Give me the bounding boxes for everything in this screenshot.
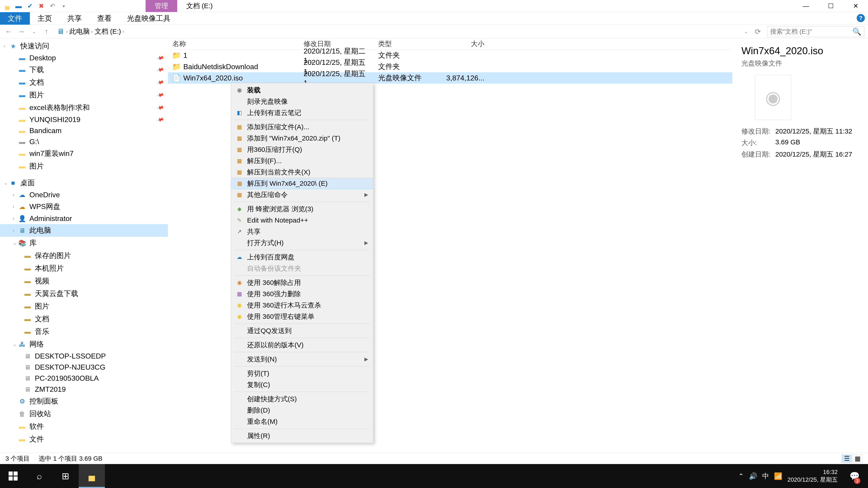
- nav-item[interactable]: 🖥DESKTOP-LSSOEDP: [0, 351, 168, 362]
- menu-item[interactable]: 发送到(N)▶: [232, 354, 373, 365]
- nav-item[interactable]: ▬excel表格制作求和📌: [0, 101, 168, 114]
- dropdown-icon[interactable]: ⌄: [741, 27, 751, 37]
- menu-item[interactable]: 通过QQ发送到: [232, 325, 373, 336]
- column-size[interactable]: 大小: [435, 39, 489, 48]
- nav-item[interactable]: ▬视频: [0, 275, 168, 287]
- chevron-icon[interactable]: ›: [13, 192, 14, 198]
- search-button[interactable]: ⌕: [26, 464, 53, 488]
- nav-item[interactable]: ⌄🖧网络: [0, 338, 168, 351]
- nav-item[interactable]: ▬win7重装win7: [0, 147, 168, 160]
- menu-item[interactable]: 还原以前的版本(V): [232, 339, 373, 351]
- check-icon[interactable]: ✔: [26, 2, 33, 10]
- nav-item[interactable]: ▬下载📌: [0, 64, 168, 76]
- menu-item[interactable]: 重命名(M): [232, 416, 373, 427]
- ribbon-tab-share[interactable]: 共享: [60, 12, 90, 25]
- nav-item[interactable]: ⌄📚库: [0, 237, 168, 250]
- icons-view-button[interactable]: ▦: [852, 455, 863, 463]
- save-icon[interactable]: ▬: [15, 2, 22, 10]
- breadcrumb-segment[interactable]: 文档 (E:) ›: [95, 27, 124, 36]
- menu-item[interactable]: ◉使用 360进行木马云查杀: [232, 300, 373, 311]
- nav-item[interactable]: ▬文件: [0, 433, 168, 446]
- menu-item[interactable]: ▦添加到 "Win7x64_2020.zip" (T): [232, 133, 373, 144]
- search-box[interactable]: 🔍: [767, 26, 864, 37]
- menu-item[interactable]: ▦添加到压缩文件(A)...: [232, 121, 373, 133]
- breadcrumb-segment[interactable]: 此电脑 ›: [69, 27, 93, 36]
- chevron-icon[interactable]: ⌄: [13, 240, 17, 246]
- menu-item[interactable]: ◧上传到有道云笔记: [232, 107, 373, 119]
- nav-item[interactable]: ⌄■桌面: [0, 177, 168, 189]
- up-button[interactable]: ↑: [41, 27, 52, 37]
- menu-item[interactable]: ◉使用 360管理右键菜单: [232, 311, 373, 322]
- menu-item[interactable]: ▦其他压缩命令▶: [232, 189, 373, 200]
- menu-item[interactable]: ◆用 蜂蜜浏览器 浏览(3): [232, 203, 373, 215]
- menu-item[interactable]: 属性(R): [232, 430, 373, 442]
- chevron-right-icon[interactable]: ›: [66, 29, 68, 35]
- ribbon-tab-file[interactable]: 文件: [0, 12, 30, 25]
- navigation-pane[interactable]: ›★快速访问▬Desktop📌▬下载📌▬文档📌▬图片📌▬excel表格制作求和📌…: [0, 38, 168, 453]
- ribbon-tab-home[interactable]: 主页: [30, 12, 60, 25]
- qat-dropdown-icon[interactable]: ▾: [60, 2, 67, 10]
- nav-item[interactable]: ›👤Administrator: [0, 213, 168, 224]
- file-explorer-taskbar[interactable]: ▄: [79, 464, 105, 488]
- nav-item[interactable]: ▬文档📌: [0, 76, 168, 89]
- menu-item[interactable]: 创建快捷方式(S): [232, 393, 373, 404]
- nav-item[interactable]: ▬图片: [0, 160, 168, 173]
- search-input[interactable]: [770, 28, 852, 35]
- file-row[interactable]: 📁12020/12/15, 星期二 1...文件夹: [168, 50, 733, 61]
- nav-item[interactable]: ▬天翼云盘下载: [0, 287, 168, 300]
- help-icon[interactable]: ?: [857, 14, 865, 22]
- task-view-button[interactable]: ⊞: [53, 464, 79, 488]
- menu-item[interactable]: ◉使用 360解除占用: [232, 277, 373, 288]
- menu-item[interactable]: ▦解压到(F)...: [232, 155, 373, 166]
- nav-item[interactable]: ▬保存的图片: [0, 250, 168, 262]
- nav-item[interactable]: 🖥DESKTOP-NJEU3CG: [0, 362, 168, 373]
- menu-item[interactable]: ✎Edit with Notepad++: [232, 215, 373, 226]
- nav-item[interactable]: ▬本机照片: [0, 262, 168, 275]
- delete-icon[interactable]: ✖: [37, 2, 45, 10]
- ribbon-tab-view[interactable]: 查看: [90, 12, 119, 25]
- nav-item[interactable]: ▬Bandicam: [0, 125, 168, 136]
- chevron-icon[interactable]: ›: [13, 228, 14, 233]
- start-button[interactable]: [0, 464, 26, 488]
- tray-chevron-icon[interactable]: ⌃: [738, 472, 744, 480]
- back-button[interactable]: ←: [4, 27, 13, 37]
- menu-item[interactable]: 复制(C): [232, 379, 373, 390]
- menu-item[interactable]: ◉装载: [232, 85, 373, 96]
- nav-item[interactable]: ›☁WPS网盘: [0, 200, 168, 213]
- nav-item[interactable]: 🗑回收站: [0, 408, 168, 420]
- nav-item[interactable]: ›★快速访问: [0, 40, 168, 53]
- menu-item[interactable]: ☁上传到百度网盘: [232, 252, 373, 263]
- menu-item[interactable]: 剪切(T): [232, 368, 373, 379]
- details-view-button[interactable]: ☰: [842, 455, 852, 463]
- nav-item[interactable]: ›☁OneDrive: [0, 189, 168, 200]
- nav-item[interactable]: 🖥ZMT2019: [0, 384, 168, 395]
- recent-dropdown[interactable]: ⌄: [29, 27, 39, 37]
- file-row[interactable]: 📄Win7x64_2020.iso2020/12/25, 星期五 1...光盘映…: [168, 72, 733, 84]
- nav-item[interactable]: ⚙控制面板: [0, 395, 168, 408]
- nav-item[interactable]: ▬图片: [0, 300, 168, 313]
- nav-item[interactable]: ▬YUNQISHI2019📌: [0, 114, 168, 125]
- tray-clock[interactable]: 16:32 2020/12/25, 星期五: [787, 468, 840, 484]
- menu-item[interactable]: 打开方式(H)▶: [232, 237, 373, 249]
- chevron-icon[interactable]: ›: [13, 216, 14, 222]
- nav-item[interactable]: 🖥PC-20190530OBLA: [0, 373, 168, 384]
- column-type[interactable]: 类型: [374, 39, 435, 48]
- ime-indicator[interactable]: 中: [762, 471, 769, 481]
- breadcrumb[interactable]: 🖥 › 此电脑 › 文档 (E:) ›: [54, 26, 738, 37]
- network-icon[interactable]: 📶: [774, 472, 782, 480]
- undo-icon[interactable]: ↶: [49, 2, 56, 10]
- menu-item[interactable]: ▦使用 360强力删除: [232, 288, 373, 300]
- nav-item[interactable]: ▬文档: [0, 313, 168, 325]
- menu-item[interactable]: ▦用360压缩打开(Q): [232, 144, 373, 155]
- chevron-icon[interactable]: ›: [13, 204, 14, 210]
- search-icon[interactable]: 🔍: [852, 27, 862, 36]
- forward-button[interactable]: →: [16, 27, 26, 37]
- menu-item[interactable]: ▦解压到 Win7x64_2020\ (E): [232, 178, 373, 189]
- maximize-button[interactable]: ☐: [818, 0, 843, 12]
- file-row[interactable]: 📁BaiduNetdiskDownload2020/12/25, 星期五 1..…: [168, 61, 733, 72]
- chevron-icon[interactable]: ⌄: [4, 180, 8, 186]
- nav-item[interactable]: ▬图片📌: [0, 89, 168, 101]
- volume-icon[interactable]: 🔊: [749, 472, 757, 480]
- refresh-button[interactable]: ⟳: [753, 27, 763, 37]
- column-name[interactable]: 名称: [168, 39, 299, 48]
